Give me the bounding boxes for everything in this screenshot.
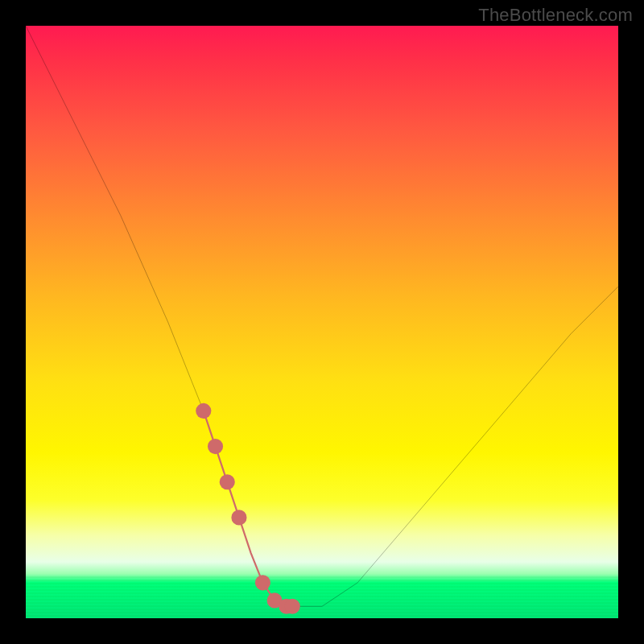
- highlight-dot: [231, 510, 246, 525]
- highlight-dot: [196, 403, 211, 419]
- chart-frame: TheBottleneck.com: [0, 0, 644, 644]
- highlight-dot: [255, 575, 270, 590]
- watermark-label: TheBottleneck.com: [478, 5, 633, 26]
- highlight-dot: [285, 599, 300, 614]
- bottleneck-curve: [26, 26, 618, 606]
- highlight-dot: [220, 474, 235, 489]
- highlight-dot: [208, 439, 223, 454]
- plot-area: [26, 26, 618, 618]
- curve-layer: [26, 26, 618, 618]
